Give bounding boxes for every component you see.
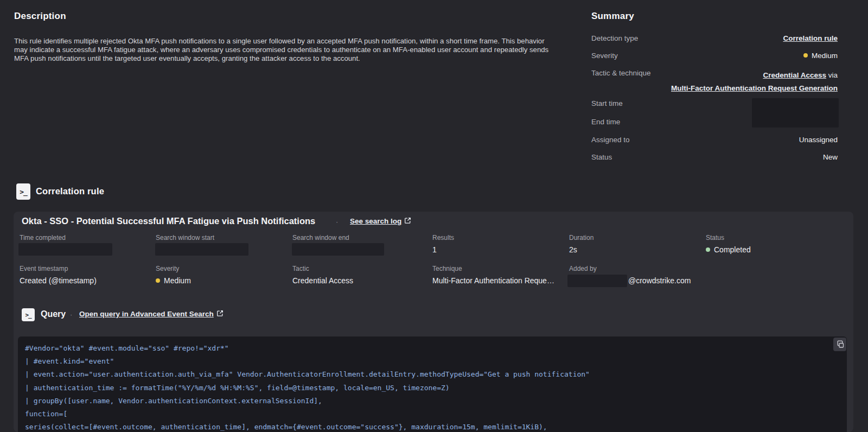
results-label: Results [432, 234, 454, 242]
query-separator-dot: · [70, 310, 72, 319]
code-line: | event.action="user.authentication.auth… [25, 368, 839, 381]
status-value: New [823, 153, 838, 161]
summary-title: Summary [591, 11, 634, 22]
added-by-label: Added by [569, 265, 597, 272]
assigned-to-label: Assigned to [591, 136, 630, 144]
redacted-start-end-time-value [752, 98, 839, 128]
event-timestamp-label: Event timestamp [20, 265, 68, 272]
code-line: | #event.kind="event" [25, 355, 839, 368]
query-terminal-icon: >_ [22, 308, 35, 321]
code-line: series(collect=[#event.outcome, authenti… [25, 421, 839, 432]
duration-value: 2s [569, 245, 577, 254]
redacted-added-by-user [567, 275, 627, 287]
added-by-domain: @crowdstrike.com [628, 276, 691, 285]
copy-query-button[interactable] [833, 338, 846, 351]
tactic-value: Credential Access [292, 276, 353, 285]
query-title: Query [41, 309, 66, 319]
results-value: 1 [432, 245, 437, 254]
redacted-time-completed-value [18, 243, 112, 256]
technique-value: Multi-Factor Authentication Reque… [432, 276, 565, 285]
duration-label: Duration [569, 234, 593, 242]
description-title: Description [14, 11, 66, 22]
start-time-label: Start time [591, 99, 623, 107]
severity-label: Severity [591, 52, 618, 60]
search-window-start-label: Search window start [156, 234, 214, 242]
tactic-label: Tactic [292, 265, 309, 272]
rule-title: Okta - SSO - Potential Successful MFA Fa… [22, 216, 315, 226]
status-completed-dot-icon [706, 247, 710, 252]
code-line: | groupBy([user.name, Vendor.authenticat… [25, 395, 839, 408]
rule-severity-label: Severity [156, 265, 179, 272]
copy-icon [836, 340, 844, 348]
detection-type-link[interactable]: Correlation rule [783, 34, 838, 42]
rule-severity-medium-dot-icon [156, 278, 160, 283]
rule-severity-value: Medium [156, 276, 191, 285]
code-line: | authentication_time := formatTime("%Y/… [25, 382, 839, 395]
external-link-icon [404, 217, 411, 224]
redacted-search-window-end-value [292, 243, 384, 256]
tactic-connector: via [826, 71, 838, 79]
assigned-to-value: Unassigned [799, 136, 838, 144]
terminal-icon: >_ [16, 183, 30, 200]
code-line: function=[ [25, 408, 839, 421]
technique-link[interactable]: Multi-Factor Authentication Request Gene… [671, 84, 838, 92]
open-query-link[interactable]: Open query in Advanced Event Search [79, 310, 224, 318]
tactic-technique-label: Tactic & technique [591, 69, 651, 77]
run-status-value: Completed [706, 245, 751, 254]
redacted-search-window-start-value [155, 243, 248, 256]
see-search-log-link[interactable]: See search log [350, 217, 411, 225]
severity-value: Medium [803, 52, 838, 60]
detection-type-label: Detection type [591, 34, 638, 42]
status-label: Status [591, 153, 612, 161]
external-link-icon [216, 310, 224, 317]
tactic-link[interactable]: Credential Access [763, 71, 826, 79]
query-code-block[interactable]: #Vendor="okta" #event.module="sso" #repo… [18, 336, 847, 432]
end-time-label: End time [591, 118, 620, 126]
run-status-label: Status [706, 234, 724, 242]
code-line: #Vendor="okta" #event.module="sso" #repo… [25, 342, 839, 355]
correlation-rule-card: Okta - SSO - Potential Successful MFA Fa… [14, 212, 853, 432]
severity-medium-dot-icon [803, 53, 808, 58]
search-window-end-label: Search window end [292, 234, 349, 242]
time-completed-label: Time completed [20, 234, 66, 242]
correlation-rule-section-title: Correlation rule [36, 186, 104, 196]
title-separator-dot: · [336, 218, 338, 226]
technique-label: Technique [432, 265, 462, 272]
event-timestamp-value: Created (@timestamp) [20, 276, 97, 285]
description-body: This rule identifies multiple rejected O… [14, 37, 557, 63]
